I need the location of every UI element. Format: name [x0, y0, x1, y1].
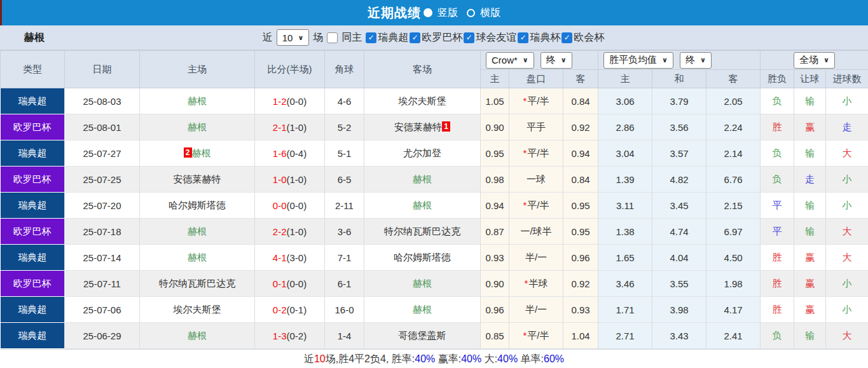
- home-team[interactable]: 2赫根: [140, 140, 255, 167]
- league-filter-label: 瑞典超: [378, 31, 408, 44]
- avg-home-odds: 1.71: [598, 297, 652, 323]
- team-label: 埃尔夫斯堡: [399, 95, 446, 106]
- avg-draw-odds: 4.82: [652, 167, 706, 193]
- asian-period-value: 终: [546, 54, 556, 66]
- match-row: 欧罗巴杯25-07-25安德莱赫特1-0(1-0)6-5赫根0.98一球0.84…: [1, 167, 868, 193]
- score-halftime: (0-1): [287, 304, 307, 315]
- away-team[interactable]: 赫根: [364, 193, 481, 219]
- radio-unselected-icon[interactable]: [467, 9, 475, 17]
- away-team[interactable]: 哥德堡盖斯: [364, 323, 481, 349]
- checkbox-checked-icon[interactable]: ✓: [464, 32, 474, 43]
- recent-results-page: 近期战绩 竖版 横版 赫根 近 10 ∨ 场 同主 ✓瑞典超✓欧罗巴杯✓球会友谊…: [0, 0, 868, 368]
- team-label: 安德莱赫特: [394, 121, 442, 132]
- team-label: 赫根: [413, 200, 432, 210]
- avg-period-value: 终: [685, 54, 695, 66]
- away-team[interactable]: 哈尔姆斯塔德: [364, 245, 481, 271]
- result-handicap: 赢: [794, 245, 826, 271]
- asian-odds-group: Crow* ∨ 终 ∨: [481, 51, 598, 70]
- checkbox-checked-icon[interactable]: ✓: [410, 32, 420, 43]
- home-team[interactable]: 赫根: [140, 114, 255, 140]
- team-label: 哈尔姆斯塔德: [169, 200, 226, 210]
- score-fulltime: 2-2: [273, 226, 287, 237]
- col-away: 客场: [364, 51, 481, 88]
- league-filter-label: 欧罗巴杯: [422, 31, 462, 44]
- league-filter-item[interactable]: ✓欧会杯: [561, 31, 605, 44]
- layout-horizontal-label[interactable]: 横版: [480, 6, 500, 20]
- layout-vertical-option[interactable]: 竖版: [430, 6, 458, 20]
- home-team[interactable]: 哈尔姆斯塔德: [140, 193, 255, 219]
- away-team[interactable]: 埃尔夫斯堡: [364, 88, 481, 114]
- layout-vertical-label[interactable]: 竖版: [437, 6, 458, 20]
- score-fulltime: 2-1: [273, 122, 287, 133]
- league-filter-label: 球会友谊: [476, 31, 516, 44]
- avg-away-odds: 2.15: [706, 193, 761, 219]
- result-handicap: 输: [794, 88, 826, 114]
- corners: 4-6: [325, 88, 364, 114]
- team-label: 哥德堡盖斯: [399, 330, 446, 341]
- avg-away-odds: 1.98: [706, 271, 761, 297]
- league-filter-item[interactable]: ✓瑞典超: [366, 31, 410, 44]
- avg-home-odds: 1.39: [598, 167, 652, 193]
- radio-selected-icon[interactable]: [424, 8, 432, 17]
- corners: 1-4: [325, 323, 364, 349]
- avg-type-select[interactable]: 胜平负均值 ∨: [603, 52, 673, 69]
- match-score: 1-2(0-0): [255, 88, 325, 114]
- layout-horizontal-option[interactable]: 横版: [467, 6, 500, 20]
- away-team[interactable]: 赫根: [364, 271, 481, 297]
- fulltime-select[interactable]: 全场 ∨: [794, 52, 835, 69]
- avg-draw-odds: 3.45: [652, 193, 706, 219]
- league-filter-label: 欧会杯: [574, 31, 604, 44]
- checkbox-checked-icon[interactable]: ✓: [518, 32, 528, 43]
- away-team[interactable]: 安德莱赫特1: [364, 114, 481, 140]
- page-title: 近期战绩: [368, 4, 421, 22]
- team-label: 赫根: [188, 95, 207, 106]
- checkbox-checked-icon[interactable]: ✓: [366, 32, 376, 43]
- star-icon: *: [523, 330, 527, 341]
- match-date: 25-06-29: [65, 323, 140, 349]
- home-team[interactable]: 赫根: [140, 323, 255, 349]
- home-team[interactable]: 赫根: [140, 219, 255, 245]
- score-halftime: (1-0): [287, 174, 307, 185]
- result-group: 全场 ∨: [761, 51, 868, 70]
- col-result: 胜负: [761, 70, 794, 88]
- league-filter-item[interactable]: ✓欧罗巴杯: [410, 31, 464, 44]
- asian-home-odds: 0.93: [481, 245, 509, 271]
- asian-home-odds: 0.87: [481, 219, 509, 245]
- asian-away-odds: 0.95: [563, 219, 598, 245]
- same-home-checkbox[interactable]: [327, 32, 338, 43]
- bookmaker-select[interactable]: Crow* ∨: [486, 52, 534, 69]
- team-label: 尤尔加登: [403, 147, 441, 158]
- league-filter-group: ✓瑞典超✓欧罗巴杯✓球会友谊✓瑞典杯✓欧会杯: [366, 31, 605, 44]
- away-team[interactable]: 赫根: [364, 297, 481, 323]
- summary-segment: 单率:: [518, 353, 544, 364]
- avg-period-select[interactable]: 终 ∨: [680, 52, 712, 69]
- home-team[interactable]: 埃尔夫斯堡: [140, 297, 255, 323]
- match-score: 1-3(0-2): [255, 323, 325, 349]
- match-count-select[interactable]: 10 ∨: [277, 29, 310, 46]
- league-filter-item[interactable]: ✓球会友谊: [464, 31, 518, 44]
- team-label: 哈尔姆斯塔德: [394, 252, 451, 262]
- away-team[interactable]: 赫根: [364, 167, 481, 193]
- result-outcome: 胜: [761, 271, 794, 297]
- asian-line: *平/半: [509, 140, 563, 167]
- filter-bar: 赫根 近 10 ∨ 场 同主 ✓瑞典超✓欧罗巴杯✓球会友谊✓瑞典杯✓欧会杯: [0, 25, 868, 50]
- asian-away-odds: 0.94: [563, 140, 598, 167]
- score-halftime: (3-0): [287, 252, 307, 263]
- star-icon: *: [523, 147, 527, 158]
- away-team[interactable]: 特尔纳瓦斯巴达克: [364, 219, 481, 245]
- result-handicap: 走: [794, 167, 826, 193]
- checkbox-checked-icon[interactable]: ✓: [561, 32, 572, 43]
- match-score: 1-6(0-4): [255, 140, 325, 167]
- league-filter-item[interactable]: ✓瑞典杯: [518, 31, 561, 44]
- home-team[interactable]: 赫根: [140, 245, 255, 271]
- asian-period-select[interactable]: 终 ∨: [541, 52, 572, 69]
- away-team[interactable]: 尤尔加登: [364, 140, 481, 167]
- match-row: 瑞典超25-08-03赫根1-2(0-0)4-6埃尔夫斯堡1.05*平/半0.8…: [1, 88, 868, 114]
- result-outcome: 胜: [761, 114, 794, 140]
- home-team[interactable]: 赫根: [140, 88, 255, 114]
- score-halftime: (0-4): [287, 148, 307, 159]
- home-team[interactable]: 特尔纳瓦斯巴达克: [140, 271, 255, 297]
- asian-away-odds: 0.95: [563, 193, 598, 219]
- home-team[interactable]: 安德莱赫特: [140, 167, 255, 193]
- chevron-down-icon: ∨: [298, 34, 303, 42]
